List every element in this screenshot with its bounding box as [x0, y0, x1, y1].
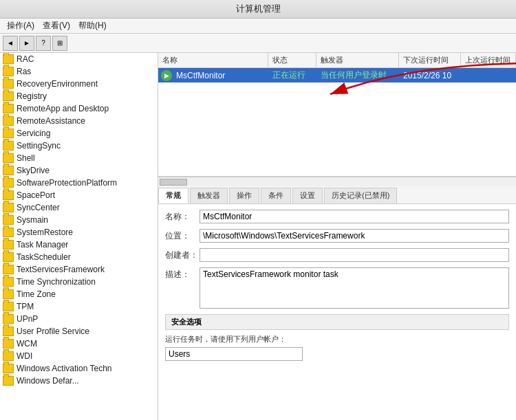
folder-icon-wdi: [3, 351, 14, 361]
folder-icon-ras: [3, 67, 14, 76]
tree-item-wdi[interactable]: WDI: [0, 350, 158, 362]
tree-item-windowsactivation[interactable]: Windows Activation Techn: [0, 362, 158, 375]
tree-item-rac[interactable]: RAC: [0, 53, 158, 65]
folder-icon-taskmanager: [3, 240, 14, 250]
tree-item-taskmanager[interactable]: Task Manager: [0, 239, 158, 251]
col-header-name[interactable]: 名称: [158, 53, 268, 67]
author-label: 创建者：: [165, 248, 200, 261]
tree-item-userprofile[interactable]: User Profile Service: [0, 325, 158, 338]
tab-general[interactable]: 常规: [158, 188, 189, 203]
tree-item-remoteapp[interactable]: RemoteApp and Desktop: [0, 102, 158, 115]
tree-item-skydrive[interactable]: SkyDrive: [0, 164, 158, 177]
toolbar: ◄ ► ? ⊞: [0, 34, 516, 53]
tree-item-softwareprotection[interactable]: SoftwareProtectionPlatform: [0, 177, 158, 189]
folder-icon-skydrive: [3, 166, 14, 175]
security-subtext: 运行任务时，请使用下列用户帐户：: [165, 334, 509, 344]
tree-item-upnp[interactable]: UPnP: [0, 313, 158, 325]
folder-icon-userprofile: [3, 327, 14, 336]
folder-icon-taskscheduler: [3, 252, 14, 262]
task-list-header: 名称 状态 触发器 下次运行时间 上次运行时间: [158, 53, 516, 68]
folder-icon-shell: [3, 153, 14, 163]
users-value[interactable]: Users: [165, 347, 303, 361]
toolbar-help-button[interactable]: ?: [36, 36, 51, 51]
detail-panel: 常规 触发器 操作 条件 设置 历史记录(已禁用) 名称： MsCtfMonit…: [158, 186, 516, 420]
folder-icon-registry: [3, 91, 14, 101]
task-status-icon: ▶: [161, 70, 172, 81]
tree-item-windowsdefender[interactable]: Windows Defar...: [0, 375, 158, 387]
tree-item-wcm[interactable]: WCM: [0, 338, 158, 350]
tab-actions[interactable]: 操作: [229, 188, 259, 203]
tab-conditions[interactable]: 条件: [261, 188, 291, 203]
col-header-nextrun[interactable]: 下次运行时间: [399, 53, 461, 67]
task-row[interactable]: ▶ MsCtfMonitor 正在运行 当任何用户登录时 2015/2/26 1…: [158, 68, 516, 82]
window-title: 计算机管理: [236, 3, 281, 14]
folder-icon-systemrestore: [3, 228, 14, 237]
name-label: 名称：: [165, 210, 200, 223]
folder-icon-settingsync: [3, 141, 14, 151]
toolbar-forward-button[interactable]: ►: [19, 36, 34, 51]
location-value[interactable]: \Microsoft\Windows\TextServicesFramework: [200, 229, 509, 243]
folder-icon-rac: [3, 54, 14, 64]
task-cell-status: 正在运行: [268, 68, 316, 82]
tree-item-servicing[interactable]: Servicing: [0, 127, 158, 140]
detail-content: 名称： MsCtfMonitor 位置： \Microsoft\Windows\…: [158, 204, 516, 420]
scrollbar-thumb[interactable]: [160, 179, 187, 186]
tab-triggers[interactable]: 触发器: [190, 188, 228, 203]
tree-item-ras[interactable]: Ras: [0, 65, 158, 78]
folder-icon-windowsactivation: [3, 364, 14, 373]
toolbar-grid-button[interactable]: ⊞: [52, 36, 67, 51]
tree-item-timesync[interactable]: Time Synchronization: [0, 276, 158, 288]
folder-icon-wcm: [3, 339, 14, 349]
task-list-wrapper: 名称 状态 触发器 下次运行时间 上次运行时间 ▶ MsCtfMonitor 正…: [158, 53, 516, 177]
folder-icon-recovery: [3, 79, 14, 89]
tree-item-taskscheduler[interactable]: TaskScheduler: [0, 251, 158, 263]
folder-icon-servicing: [3, 129, 14, 138]
location-label: 位置：: [165, 229, 200, 242]
menu-action[interactable]: 操作(A): [3, 19, 39, 32]
folder-icon-timezone: [3, 289, 14, 299]
folder-icon-tpm: [3, 302, 14, 311]
left-panel-tree: RAC Ras RecoveryEnvironment Registry Rem…: [0, 53, 158, 420]
tab-history[interactable]: 历史记录(已禁用): [324, 188, 397, 203]
tree-item-sysmain[interactable]: Sysmain: [0, 214, 158, 226]
col-header-status[interactable]: 状态: [268, 53, 316, 67]
folder-icon-timesync: [3, 277, 14, 287]
task-cell-nextrun: 2015/2/26 10: [399, 69, 461, 82]
tree-item-systemrestore[interactable]: SystemRestore: [0, 226, 158, 239]
horizontal-scrollbar[interactable]: [158, 177, 516, 186]
right-panel: 名称 状态 触发器 下次运行时间 上次运行时间 ▶ MsCtfMonitor 正…: [158, 53, 516, 420]
menu-help[interactable]: 帮助(H): [74, 19, 111, 32]
folder-icon-textservices: [3, 265, 14, 274]
tree-item-timezone[interactable]: Time Zone: [0, 288, 158, 300]
tree-item-tpm[interactable]: TPM: [0, 300, 158, 313]
folder-icon-spaceport: [3, 190, 14, 200]
folder-icon-softwareprotection: [3, 178, 14, 188]
tree-item-registry[interactable]: Registry: [0, 90, 158, 102]
tab-settings[interactable]: 设置: [292, 188, 323, 203]
tree-item-remoteassistance[interactable]: RemoteAssistance: [0, 115, 158, 127]
task-list-area: 名称 状态 触发器 下次运行时间 上次运行时间 ▶ MsCtfMonitor 正…: [158, 53, 516, 177]
folder-icon-sysmain: [3, 215, 14, 225]
task-cell-trigger: 当任何用户登录时: [316, 68, 399, 82]
toolbar-back-button[interactable]: ◄: [3, 36, 18, 51]
menu-view[interactable]: 查看(V): [39, 19, 74, 32]
tree-item-shell[interactable]: Shell: [0, 152, 158, 164]
task-list-body: ▶ MsCtfMonitor 正在运行 当任何用户登录时 2015/2/26 1…: [158, 68, 516, 177]
col-header-lastrun[interactable]: 上次运行时间: [461, 53, 516, 67]
folder-icon-upnp: [3, 314, 14, 324]
tree-item-textservices[interactable]: TextServicesFramework: [0, 263, 158, 276]
tree-item-settingsync[interactable]: SettingSync: [0, 140, 158, 152]
task-cell-name: MsCtfMonitor: [172, 69, 268, 82]
folder-icon-windowsdefender: [3, 376, 14, 386]
folder-icon-remoteassistance: [3, 116, 14, 126]
menu-bar: 操作(A) 查看(V) 帮助(H): [0, 19, 516, 34]
description-value[interactable]: TextServicesFramework monitor task: [200, 267, 509, 309]
tree-item-synccenter[interactable]: SyncCenter: [0, 201, 158, 214]
author-value[interactable]: [200, 248, 509, 262]
security-section-header: 安全选项: [165, 314, 509, 330]
col-header-trigger[interactable]: 触发器: [316, 53, 399, 67]
tree-item-recovery[interactable]: RecoveryEnvironment: [0, 78, 158, 90]
detail-row-author: 创建者：: [165, 248, 509, 262]
name-value[interactable]: MsCtfMonitor: [200, 210, 509, 223]
tree-item-spaceport[interactable]: SpacePort: [0, 189, 158, 201]
